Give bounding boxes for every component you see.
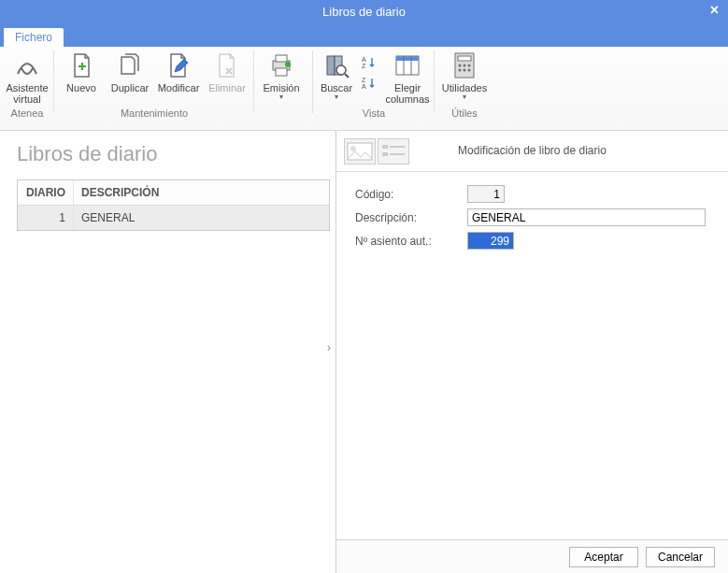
window-title: Libros de diario	[322, 5, 406, 19]
chevron-down-icon: ▾	[335, 93, 338, 101]
columns-icon	[393, 50, 422, 80]
buscar-button[interactable]: Buscar ▾	[316, 49, 357, 107]
file-delete-icon	[212, 50, 242, 80]
cell-descripcion: GENERAL	[74, 206, 329, 230]
sort-buttons: AZ ZA	[357, 49, 383, 107]
sort-desc-button[interactable]: ZA	[359, 73, 379, 93]
utilidades-button[interactable]: Utilidades ▾	[437, 49, 492, 107]
file-duplicate-icon	[115, 50, 145, 80]
elegir-columnas-button[interactable]: Elegir columnas	[383, 49, 432, 107]
svg-rect-12	[396, 56, 419, 61]
asistente-label-1: Asistente	[6, 82, 48, 93]
detail-pane: Modificación de libro de diario Código: …	[335, 131, 728, 573]
close-icon[interactable]: ×	[710, 2, 719, 19]
col-descripcion[interactable]: DESCRIPCIÓN	[74, 180, 329, 205]
page-title: Libros de diario	[17, 142, 330, 166]
ribbon-group-vista: Buscar ▾ AZ ZA Elegir columnas	[313, 47, 435, 130]
cancelar-button[interactable]: Cancelar	[646, 547, 715, 567]
svg-point-19	[464, 69, 466, 72]
svg-text:A: A	[362, 56, 366, 63]
splitter-handle[interactable]	[330, 131, 335, 573]
table-header: DIARIO DESCRIPCIÓN	[18, 180, 329, 206]
calculator-icon	[450, 50, 479, 80]
asistente-icon	[12, 50, 42, 80]
svg-text:Z: Z	[362, 77, 366, 83]
duplicar-button[interactable]: Duplicar	[106, 49, 154, 107]
svg-point-15	[459, 64, 462, 67]
tab-strip: Fichero	[0, 26, 728, 47]
ribbon-group-mantenimiento: Nuevo Duplicar Modificar Eliminar	[54, 47, 254, 130]
detail-form: Código: Descripción: Nº asiento aut.:	[336, 172, 728, 268]
group-label-mantenimiento: Mantenimiento	[57, 107, 251, 121]
input-descripcion[interactable]	[467, 208, 706, 226]
col-diario[interactable]: DIARIO	[18, 180, 74, 205]
sort-desc-icon: ZA	[362, 77, 377, 90]
file-edit-icon	[164, 50, 193, 80]
ribbon-group-emision: Emisión ▾	[254, 47, 313, 130]
detail-footer: Aceptar Cancelar	[336, 539, 728, 573]
elegir-col-label-2: columnas	[385, 93, 429, 105]
eliminar-button: Eliminar	[203, 49, 251, 107]
duplicar-label: Duplicar	[111, 82, 149, 93]
elegir-col-label-1: Elegir	[394, 82, 421, 93]
svg-point-6	[336, 65, 346, 75]
tab-fichero-label: Fichero	[15, 31, 52, 44]
file-new-icon	[66, 50, 96, 80]
svg-rect-4	[327, 56, 335, 75]
ribbon-group-utiles: Utilidades ▾ Útiles	[435, 47, 494, 130]
asistente-label-2: virtual	[13, 93, 40, 105]
svg-rect-1	[276, 55, 287, 62]
table-row[interactable]: 1 GENERAL	[18, 206, 329, 230]
sort-asc-button[interactable]: AZ	[359, 52, 379, 73]
search-icon	[321, 50, 351, 80]
tab-fichero[interactable]: Fichero	[4, 28, 64, 47]
input-asiento[interactable]	[467, 232, 514, 250]
label-codigo: Código:	[355, 188, 467, 201]
svg-point-20	[468, 69, 471, 72]
group-label-atenea: Atenea	[3, 107, 51, 121]
nuevo-label: Nuevo	[66, 82, 96, 93]
print-icon	[266, 50, 296, 80]
group-label-utiles: Útiles	[437, 107, 492, 121]
svg-point-3	[285, 62, 291, 67]
aceptar-button[interactable]: Aceptar	[569, 547, 638, 567]
svg-point-17	[468, 64, 471, 67]
svg-text:A: A	[362, 83, 366, 90]
list-pane: Libros de diario DIARIO DESCRIPCIÓN 1 GE…	[0, 131, 330, 573]
content-area: Libros de diario DIARIO DESCRIPCIÓN 1 GE…	[0, 131, 728, 573]
eliminar-label: Eliminar	[208, 82, 246, 93]
chevron-down-icon: ▾	[279, 93, 283, 101]
svg-rect-14	[458, 56, 471, 61]
svg-point-18	[459, 69, 462, 72]
ribbon: Asistente virtual Atenea Nuevo Duplicar	[0, 47, 728, 131]
nuevo-button[interactable]: Nuevo	[57, 49, 106, 107]
svg-text:Z: Z	[362, 63, 366, 69]
sort-asc-icon: AZ	[362, 56, 377, 69]
asistente-virtual-button[interactable]: Asistente virtual	[3, 49, 51, 107]
chevron-down-icon: ▾	[463, 93, 466, 101]
cell-diario: 1	[18, 206, 74, 230]
label-asiento: Nº asiento aut.:	[355, 235, 467, 248]
ribbon-group-atenea: Asistente virtual Atenea	[0, 47, 54, 130]
diario-table: DIARIO DESCRIPCIÓN 1 GENERAL	[17, 179, 330, 231]
input-codigo	[467, 185, 505, 203]
label-descripcion: Descripción:	[355, 211, 467, 224]
group-label-vista: Vista	[316, 107, 432, 121]
detail-title: Modificación de libro de diario	[336, 144, 728, 157]
modificar-label: Modificar	[158, 82, 200, 93]
svg-rect-2	[276, 68, 287, 76]
emision-button[interactable]: Emisión ▾	[257, 49, 306, 107]
svg-point-16	[464, 64, 466, 67]
modificar-button[interactable]: Modificar	[154, 49, 203, 107]
detail-header: Modificación de libro de diario	[336, 131, 728, 172]
title-bar: Libros de diario ×	[0, 0, 728, 26]
